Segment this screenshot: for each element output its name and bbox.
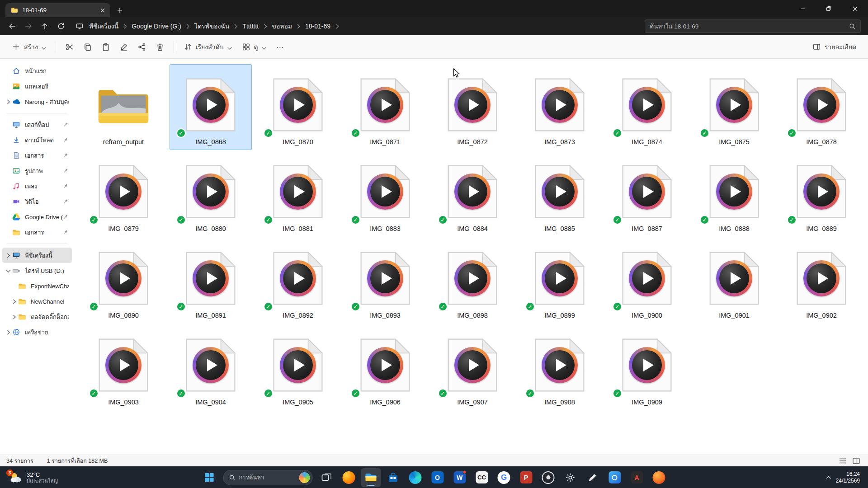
video-file-tile[interactable]: ✓IMG_0905: [257, 324, 339, 410]
video-file-tile[interactable]: IMG_0873: [519, 64, 601, 150]
video-file-tile[interactable]: ✓IMG_0903: [82, 324, 165, 410]
up-button[interactable]: [37, 19, 52, 33]
sidebar-item[interactable]: ดาวน์โหลด: [2, 132, 72, 148]
obs-taskbar-icon[interactable]: [538, 468, 558, 487]
video-file-tile[interactable]: IMG_0885: [519, 151, 601, 237]
outlook-taskbar-icon[interactable]: O: [428, 468, 448, 487]
new-button[interactable]: สร้าง: [7, 38, 51, 56]
video-file-tile[interactable]: IMG_0901: [693, 238, 775, 324]
browser-taskbar-icon[interactable]: [649, 468, 669, 487]
minimize-button[interactable]: [789, 0, 816, 17]
breadcrumb-chevron-icon[interactable]: [123, 24, 127, 29]
video-file-tile[interactable]: ✓IMG_0875: [693, 64, 775, 150]
video-file-tile[interactable]: ✓IMG_0887: [606, 151, 688, 237]
video-file-tile[interactable]: IMG_0872: [431, 64, 514, 150]
more-button[interactable]: …: [272, 38, 289, 56]
video-file-tile[interactable]: ✓IMG_0883: [344, 151, 426, 237]
details-view-icon[interactable]: [837, 456, 848, 465]
breadcrumb-chevron-icon[interactable]: [296, 24, 301, 29]
video-file-tile[interactable]: ✓IMG_0888: [693, 151, 775, 237]
delete-button[interactable]: [151, 38, 169, 56]
powerpoint-taskbar-icon[interactable]: P: [516, 468, 536, 487]
video-file-tile[interactable]: ✓IMG_0898: [431, 238, 514, 324]
word-taskbar-icon[interactable]: W: [450, 468, 470, 487]
sidebar-item[interactable]: ExportNewChanel: [2, 278, 72, 294]
video-file-tile[interactable]: ✓IMG_0890: [82, 238, 165, 324]
video-file-tile[interactable]: ✓IMG_0879: [82, 151, 165, 237]
sidebar-item[interactable]: เอกสาร: [2, 148, 72, 163]
weather-widget[interactable]: 3 32°C มีเมฆส่วนใหญ่: [5, 469, 61, 486]
breadcrumb-chevron-icon[interactable]: [185, 24, 190, 29]
sidebar-item[interactable]: พีซีเครื่องนี้: [2, 248, 72, 263]
tab-close-icon[interactable]: [98, 5, 108, 15]
video-file-tile[interactable]: ✓IMG_0884: [431, 151, 514, 237]
sidebar-item[interactable]: วิดีโอ: [2, 194, 72, 209]
video-file-tile[interactable]: ✓IMG_0900: [606, 238, 688, 324]
video-file-tile[interactable]: ✓IMG_0891: [170, 238, 252, 324]
breadcrumb-item[interactable]: 18-01-69: [301, 20, 335, 32]
task-view-taskbar-icon[interactable]: [317, 468, 337, 487]
back-button[interactable]: [5, 19, 20, 33]
photos-taskbar-icon[interactable]: [605, 468, 625, 487]
video-file-tile[interactable]: ✓IMG_0870: [257, 64, 339, 150]
video-file-tile[interactable]: ✓IMG_0889: [780, 151, 863, 237]
pen-app-taskbar-icon[interactable]: [583, 468, 603, 487]
forward-button[interactable]: [21, 19, 36, 33]
cut-button[interactable]: [61, 38, 78, 56]
view-button[interactable]: ดู: [237, 38, 271, 56]
chevron-right-icon[interactable]: [5, 99, 12, 104]
sidebar-item[interactable]: Google Drive (G:): [2, 209, 72, 225]
taskbar-clock[interactable]: 16:24 24/1/2569: [836, 471, 860, 484]
search-box[interactable]: [645, 19, 861, 33]
sidebar-item[interactable]: Narong - ส่วนบุคคล: [2, 94, 72, 109]
video-file-tile[interactable]: ✓IMG_0893: [344, 238, 426, 324]
microsoft-store-taskbar-icon[interactable]: [383, 468, 403, 487]
chevron-down-icon[interactable]: [5, 268, 12, 273]
close-button[interactable]: [842, 0, 868, 17]
breadcrumb-chevron-icon[interactable]: [263, 24, 268, 29]
sidebar-item[interactable]: เพลง: [2, 178, 72, 194]
breadcrumb-chevron-icon[interactable]: [233, 24, 238, 29]
sidebar-item[interactable]: ตอจัดคลิ๊กต็อก2026: [2, 309, 72, 324]
video-file-tile[interactable]: ✓IMG_0907: [431, 324, 514, 410]
acrobat-taskbar-icon[interactable]: A: [627, 468, 647, 487]
taskbar-search[interactable]: [223, 470, 313, 485]
firefox-taskbar-icon[interactable]: [339, 468, 359, 487]
sidebar-item[interactable]: เอกสาร: [2, 225, 72, 240]
rename-button[interactable]: [115, 38, 132, 56]
taskbar-search-input[interactable]: [239, 474, 296, 481]
explorer-tab[interactable]: 18-01-69: [5, 3, 110, 17]
breadcrumb-item[interactable]: ขอหอม: [268, 19, 296, 33]
search-input[interactable]: [650, 23, 849, 30]
video-file-tile[interactable]: ✓IMG_0904: [170, 324, 252, 410]
video-file-tile[interactable]: ✓IMG_0908: [519, 324, 601, 410]
video-file-tile[interactable]: ✓IMG_0878: [780, 64, 863, 150]
details-pane-button[interactable]: รายละเอียด: [808, 38, 861, 56]
settings-taskbar-icon[interactable]: [561, 468, 580, 487]
refresh-button[interactable]: [53, 19, 69, 33]
sidebar-item[interactable]: รูปภาพ: [2, 163, 72, 178]
file-explorer-taskbar-icon[interactable]: [361, 468, 381, 487]
breadcrumb-chevron-icon[interactable]: [335, 24, 340, 29]
chevron-right-icon[interactable]: [5, 330, 12, 335]
sidebar-item[interactable]: ไดรฟ์ USB (D:): [2, 263, 72, 278]
start-button[interactable]: [199, 468, 219, 487]
video-file-tile[interactable]: ✓IMG_0874: [606, 64, 688, 150]
breadcrumb-item[interactable]: พีซีเครื่องนี้: [85, 19, 123, 33]
paste-button[interactable]: [97, 38, 114, 56]
breadcrumb-item[interactable]: ไดรฟ์ของฉัน: [190, 19, 234, 33]
sidebar-item[interactable]: เดสก์ท็อป: [2, 117, 72, 132]
chevron-right-icon[interactable]: [11, 299, 18, 304]
sort-button[interactable]: เรียงลำดับ: [179, 38, 236, 56]
chevron-right-icon[interactable]: [11, 314, 18, 319]
tray-chevron-up-icon[interactable]: [826, 476, 831, 479]
sidebar-item[interactable]: หน้าแรก: [2, 63, 72, 79]
sidebar-item[interactable]: แกลเลอรี: [2, 79, 72, 94]
restore-button[interactable]: [816, 0, 842, 17]
folder-tile[interactable]: refram_output: [82, 64, 165, 150]
sidebar-item[interactable]: เครือข่าย: [2, 324, 72, 340]
edge-taskbar-icon[interactable]: [406, 468, 425, 487]
breadcrumb-item[interactable]: Google Drive (G:): [127, 20, 185, 32]
chevron-right-icon[interactable]: [5, 253, 12, 258]
search-highlight-icon[interactable]: [299, 472, 310, 483]
